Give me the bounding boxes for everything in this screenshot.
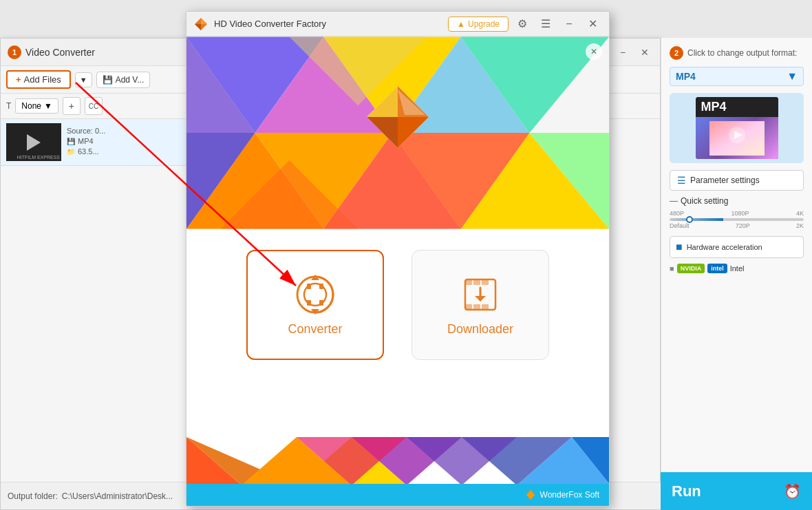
label-1080p: 1080P <box>731 210 749 217</box>
quick-setting-label: Quick setting <box>681 196 728 206</box>
none-label: None <box>21 101 41 111</box>
quick-setting-label-row: — Quick setting <box>670 196 804 206</box>
slider-track[interactable] <box>670 218 804 221</box>
svg-rect-33 <box>319 284 323 289</box>
svg-rect-35 <box>319 300 323 306</box>
size-row: 📁 63.5... <box>67 147 187 156</box>
right-panel: 2 Click to change output format: MP4 ▼ M… <box>661 38 812 510</box>
output-path: C:\Users\Administrator\Desk... <box>62 491 173 501</box>
add-video-button[interactable]: 💾 Add V... <box>96 72 151 88</box>
features-area: Converter Downloader <box>186 229 609 381</box>
source-label: Source: 0... <box>67 127 105 135</box>
add-files-dropdown[interactable]: ▼ <box>75 72 92 87</box>
bottom-banner: WonderFox Soft <box>186 382 609 506</box>
list-icon-button[interactable]: ☰ <box>536 14 555 34</box>
main-title-text: HD Video Converter Factory <box>214 19 326 29</box>
mp4-preview-svg <box>709 121 765 156</box>
bottom-banner-svg <box>186 382 609 485</box>
format-label: MP4 <box>78 137 94 145</box>
svg-rect-44 <box>482 304 489 310</box>
format-selector[interactable]: MP4 ▼ <box>670 67 804 86</box>
add-files-button[interactable]: + Add Files <box>6 70 71 89</box>
format-dropdown-arrow: ▼ <box>787 70 798 83</box>
file-thumbnail: HITFILM EXPRESS <box>6 123 61 161</box>
converter-icon <box>295 274 336 315</box>
badge-2: 2 <box>670 46 683 60</box>
settings-icon: ☰ <box>677 175 686 186</box>
none-dropdown[interactable]: None ▼ <box>15 98 58 114</box>
label-default: Default <box>670 222 690 229</box>
t-label: T <box>6 101 11 111</box>
hero-banner: ✕ <box>186 36 609 229</box>
svg-marker-26 <box>367 86 398 117</box>
bg-window-controls: − ✕ <box>615 44 653 61</box>
downloader-label: Downloader <box>447 322 513 337</box>
hardware-acceleration-button[interactable]: ■ Hardware acceleration <box>670 236 804 258</box>
svg-rect-42 <box>465 304 472 310</box>
svg-rect-43 <box>473 304 480 310</box>
quick-setting-dash: — <box>670 196 678 206</box>
format-row: 💾 MP4 <box>67 137 187 145</box>
label-480p: 480P <box>670 210 684 217</box>
svg-rect-34 <box>307 300 311 306</box>
converter-button[interactable]: Converter <box>246 250 384 360</box>
svg-marker-28 <box>398 117 429 148</box>
wonderfox-bar: WonderFox Soft <box>186 484 609 506</box>
wonderfox-logo-icon <box>525 489 536 500</box>
hero-logo <box>353 79 442 169</box>
nvidia-badge: NVIDIA <box>677 264 705 273</box>
main-title-right: ▲ Upgrade ⚙ ☰ − ✕ <box>448 14 602 34</box>
close-button[interactable]: ✕ <box>637 44 653 61</box>
upgrade-button[interactable]: ▲ Upgrade <box>448 17 509 32</box>
source-row: Source: 0... <box>67 127 187 135</box>
alarm-icon[interactable]: ⏰ <box>784 483 801 500</box>
bg-window-title-text: Video Converter <box>25 47 95 58</box>
add-subtitle-button[interactable]: + <box>63 97 81 115</box>
svg-marker-57 <box>526 490 535 500</box>
downloader-icon <box>460 274 501 315</box>
downloader-button[interactable]: Downloader <box>412 250 549 360</box>
svg-marker-27 <box>367 117 398 148</box>
accel-chips: ■ NVIDIA intel Intel <box>670 264 804 273</box>
thumb-label: HITFILM EXPRESS <box>17 155 60 160</box>
run-bar: Run ⏰ <box>661 472 812 510</box>
file-item[interactable]: HITFILM EXPRESS Source: 0... 💾 MP4 📁 63.… <box>1 119 193 166</box>
wonderfox-label: WonderFox Soft <box>540 490 599 500</box>
format-selector-text: MP4 <box>676 71 696 82</box>
resolution-slider[interactable]: 480P 1080P 4K Default 720P 2K <box>670 210 804 229</box>
hw-accel-label: Hardware acceleration <box>687 243 762 251</box>
parameter-settings-button[interactable]: ☰ Parameter settings <box>670 170 804 191</box>
minimize-button[interactable]: − <box>615 44 631 61</box>
svg-rect-40 <box>473 279 480 285</box>
main-window: HD Video Converter Factory ▲ Upgrade ⚙ ☰… <box>186 11 610 507</box>
settings-icon-button[interactable]: ⚙ <box>513 14 532 34</box>
minimize-main-button[interactable]: − <box>559 14 579 34</box>
close-icon: ✕ <box>590 47 597 56</box>
slider-thumb[interactable] <box>686 216 693 223</box>
file-info: Source: 0... 💾 MP4 📁 63.5... <box>67 127 187 158</box>
intel-text: Intel <box>730 264 745 273</box>
edit-subtitle-button[interactable]: CC <box>85 97 103 115</box>
format-icon: 💾 <box>67 138 75 145</box>
upgrade-icon: ▲ <box>457 19 465 29</box>
label-2k: 2K <box>796 222 804 229</box>
folder-icon: 📁 <box>67 148 75 156</box>
click-label: Click to change output format: <box>687 48 797 58</box>
run-button[interactable]: Run <box>672 482 701 500</box>
svg-rect-39 <box>465 279 472 285</box>
dropdown-arrow: ▼ <box>44 101 52 111</box>
add-video-icon: 💾 <box>103 75 113 85</box>
svg-marker-5 <box>195 24 201 30</box>
plus-icon: + <box>16 74 21 85</box>
svg-marker-4 <box>201 18 207 24</box>
close-main-button[interactable]: ✕ <box>583 14 602 34</box>
main-titlebar: HD Video Converter Factory ▲ Upgrade ⚙ ☰… <box>186 12 609 36</box>
svg-rect-41 <box>482 279 489 285</box>
slider-bottom-labels: Default 720P 2K <box>670 222 804 229</box>
gpu-icon: ■ <box>670 264 674 273</box>
upgrade-label: Upgrade <box>468 19 500 29</box>
mp4-image-area <box>696 117 778 159</box>
hero-close-button[interactable]: ✕ <box>586 43 602 60</box>
hero-logo-svg <box>353 79 442 169</box>
output-folder-label: Output folder: <box>8 491 58 501</box>
